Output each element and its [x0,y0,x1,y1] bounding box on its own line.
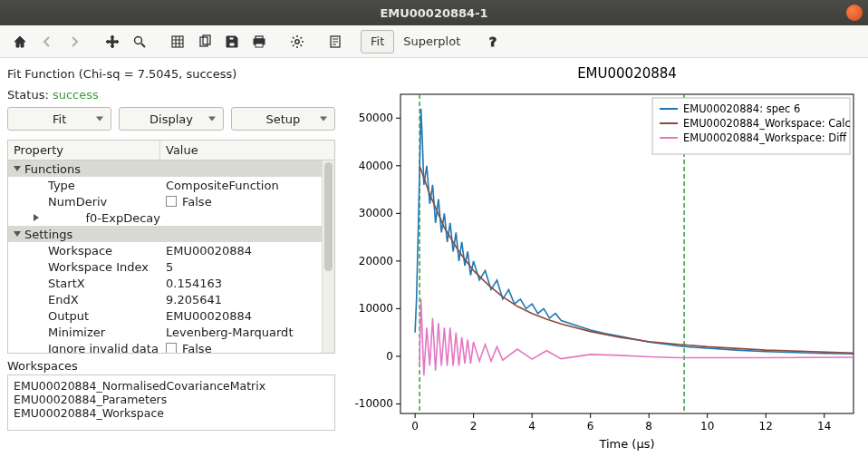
collapse-icon[interactable] [14,231,21,237]
back-icon[interactable] [34,29,60,54]
col-header-property[interactable]: Property [8,141,160,160]
svg-text:0: 0 [386,350,393,363]
grid-icon[interactable] [165,29,190,54]
svg-text:4: 4 [528,420,535,433]
svg-text:50000: 50000 [359,112,393,124]
display-dropdown[interactable]: Display [119,107,223,131]
svg-text:?: ? [489,34,497,49]
property-grid[interactable]: Property Value Functions TypeCompositeFu… [7,140,335,354]
titlebar: EMU00020884-1 [0,0,868,25]
prop-workspace[interactable]: WorkspaceEMU00020884 [8,242,334,258]
prop-output[interactable]: OutputEMU00020884 [8,307,334,324]
window-close-button[interactable] [846,5,863,21]
section-functions[interactable]: Functions [8,160,334,177]
svg-text:14: 14 [817,420,831,433]
settings-gear-icon[interactable] [285,29,310,54]
status-label: Status: [7,88,53,102]
svg-text:8: 8 [645,420,652,433]
chevron-down-icon [208,117,216,122]
svg-text:Time (μs): Time (μs) [598,437,654,451]
svg-text:6: 6 [587,420,594,433]
svg-text:10000: 10000 [359,302,393,315]
prop-numderiv[interactable]: NumDerivFalse [8,193,334,209]
svg-text:EMU00020884: EMU00020884 [577,65,677,82]
chart[interactable]: EMU00020884-1000001000020000300004000050… [344,58,868,457]
window-title: EMU00020884-1 [0,6,868,20]
copy-icon[interactable] [192,29,217,54]
svg-text:12: 12 [759,420,773,433]
prop-f0[interactable]: f0-ExpDecay [8,209,334,226]
scrollbar[interactable] [322,160,334,353]
checkbox-icon[interactable] [166,343,177,354]
fit-function-header: Fit Function (Chi-sq = 7.5045, success) [7,67,335,81]
section-settings[interactable]: Settings [8,226,334,242]
prop-type[interactable]: TypeCompositeFunction [8,177,334,193]
toolbar: Fit Superplot ? [0,25,868,58]
svg-text:10: 10 [700,420,714,433]
status-value: success [53,88,99,102]
chevron-down-icon [96,117,103,122]
setup-dropdown[interactable]: Setup [231,107,335,131]
prop-endx[interactable]: EndX9.205641 [8,291,334,307]
scroll-thumb[interactable] [324,162,333,271]
fit-panel: Fit Function (Chi-sq = 7.5045, success) … [0,58,344,457]
svg-text:30000: 30000 [359,207,393,219]
chart-area[interactable]: EMU00020884-1000001000020000300004000050… [344,58,868,457]
svg-rect-1 [172,36,183,47]
pan-icon[interactable] [100,29,125,54]
svg-text:EMU00020884_Workspace: Diff: EMU00020884_Workspace: Diff [683,131,847,144]
svg-text:0: 0 [411,420,419,433]
prop-ignore[interactable]: Ignore invalid dataFalse [8,340,334,354]
fit-dropdown[interactable]: Fit [7,107,111,131]
col-header-value[interactable]: Value [160,141,334,160]
svg-rect-8 [256,44,263,47]
collapse-icon[interactable] [14,166,21,171]
workspaces-list[interactable]: EMU00020884_NormalisedCovarianceMatrix E… [7,374,335,431]
svg-text:-10000: -10000 [354,397,393,410]
list-item[interactable]: EMU00020884_Parameters [14,393,329,406]
svg-rect-5 [229,37,234,40]
svg-text:20000: 20000 [359,255,393,267]
superplot-button[interactable]: Superplot [396,29,468,54]
svg-rect-4 [229,43,235,46]
svg-point-9 [295,39,299,43]
expand-icon[interactable] [34,214,82,221]
script-icon[interactable] [323,29,348,54]
zoom-icon[interactable] [127,29,152,54]
forward-icon[interactable] [62,29,87,54]
print-icon[interactable] [246,29,272,54]
checkbox-icon[interactable] [166,196,177,207]
svg-text:EMU00020884_Workspace: Calc: EMU00020884_Workspace: Calc [683,117,851,130]
status-row: Status: success [7,88,335,102]
svg-text:40000: 40000 [359,160,393,172]
prop-minimizer[interactable]: MinimizerLevenberg-Marquardt [8,324,334,340]
fit-toolbar-button[interactable]: Fit [361,30,394,53]
list-item[interactable]: EMU00020884_Workspace [14,406,329,420]
workspaces-label: Workspaces [7,359,335,373]
save-icon[interactable] [219,29,245,54]
prop-startx[interactable]: StartX0.154163 [8,275,334,291]
home-icon[interactable] [7,29,33,54]
svg-text:2: 2 [470,420,477,433]
prop-workspace-index[interactable]: Workspace Index5 [8,258,334,275]
svg-point-0 [135,36,142,44]
help-icon[interactable]: ? [480,29,506,54]
list-item[interactable]: EMU00020884_NormalisedCovarianceMatrix [14,379,329,393]
chevron-down-icon [320,117,327,122]
svg-text:EMU00020884: spec 6: EMU00020884: spec 6 [683,102,800,115]
